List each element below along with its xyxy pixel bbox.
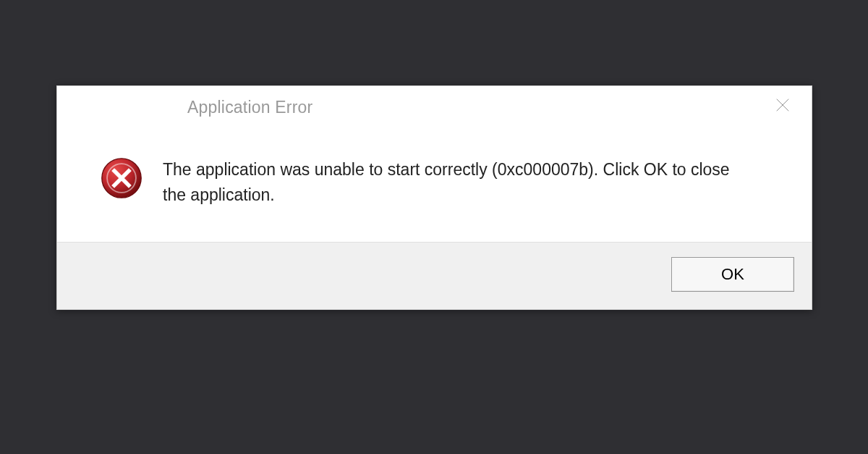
dialog-content: The application was unable to start corr… xyxy=(57,128,812,242)
dialog-footer: OK xyxy=(57,242,812,309)
error-message: The application was unable to start corr… xyxy=(163,156,756,207)
error-icon xyxy=(101,157,142,199)
ok-button[interactable]: OK xyxy=(671,257,794,292)
close-button[interactable] xyxy=(767,93,799,119)
error-dialog: Application Error xyxy=(56,85,812,310)
dialog-title: Application Error xyxy=(187,98,312,117)
close-icon xyxy=(775,97,791,116)
titlebar: Application Error xyxy=(57,86,812,128)
